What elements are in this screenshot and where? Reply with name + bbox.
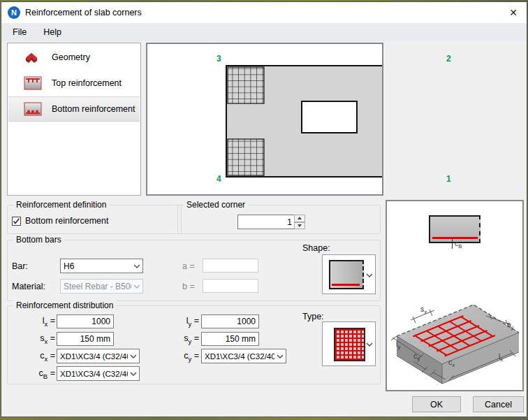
b-input [203,279,258,293]
sidebar-item-label: Geometry [52,52,90,62]
bottom-reinforcement-checkbox[interactable] [12,217,21,226]
corner-label-2: 2 [446,54,451,64]
group-selected-corner: Selected corner [177,205,381,234]
geometry-corner-icon [24,50,42,65]
bar-value: H6 [61,261,131,271]
sidebar-item-bottom-reinforcement[interactable]: Bottom reinforcement [8,96,140,122]
cx-value: XD1\XC3/4 (C32/40,I [57,352,128,361]
cy-label: cy = [174,351,199,363]
material-combo: Steel Rebar - B500 [60,279,143,294]
group-title: Bottom bars [13,235,64,245]
type-combo[interactable] [322,321,376,366]
menu-file[interactable]: File [6,24,34,40]
menu-help[interactable]: Help [36,24,68,40]
cx-combo[interactable]: XD1\XC3/4 (C32/40,I [57,349,140,363]
material-value: Steel Rebar - B500 [61,282,131,291]
corner-3-hotspot[interactable] [226,66,264,103]
selected-corner-spinner [237,215,305,229]
cancel-button[interactable]: Cancel [473,396,524,412]
spinner-down-icon [298,224,302,227]
title-bar: N Reinforcement of slab corners ✕ [1,2,527,23]
lx-input[interactable] [57,314,114,328]
mesh-type-icon [334,328,365,361]
top-reinforcement-icon [24,75,42,91]
cx-annotation-label: cx [448,358,455,368]
sidebar-item-label: Top reinforcement [52,78,122,88]
sx-label: sx = [30,333,55,345]
slab-diagram [147,44,382,194]
close-icon[interactable]: ✕ [506,6,520,20]
corner-label-3: 3 [217,54,221,64]
group-reinforcement-distribution: Reinforcement distribution lx = sx = cx … [7,305,381,384]
chevron-down-icon [130,354,137,359]
lx-annotation-label: lx [499,352,503,363]
corner-4-hotspot[interactable] [226,138,264,175]
corner-1-hotspot[interactable] [407,138,445,175]
b-label: b = [182,282,195,291]
illustration-panel: cB [386,200,524,391]
shape-label: Shape: [302,243,330,253]
sidebar: Geometry Top reinforcement [7,43,141,196]
chevron-down-icon [277,354,284,359]
sx-input[interactable] [57,332,114,346]
bar-combo[interactable]: H6 [60,259,143,273]
ok-button[interactable]: OK [412,396,461,412]
group-title: Selected corner [184,200,248,210]
shape-combo[interactable] [322,254,376,294]
chevron-down-icon [133,264,140,268]
cb-dimension-line [452,238,453,249]
cB-label: cB = [30,368,55,380]
sy-annotation-label: sy [507,320,513,331]
chevron-down-icon [133,284,140,289]
sx-annotation-label: sx [420,305,427,315]
group-reinforcement-definition: Reinforcement definition Bottom reinforc… [7,205,182,234]
sy-label: sy = [174,333,199,345]
a-label: a = [182,261,195,271]
cx-label: cx = [30,351,55,363]
cB-value: XD1\XC3/4 (C32/40,I [57,370,128,378]
group-title: Reinforcement definition [13,200,109,210]
sidebar-item-geometry[interactable]: Geometry [8,45,140,70]
chevron-down-icon [366,273,373,277]
slab-opening [302,101,357,133]
slab-preview-panel: 3 2 4 1 [146,43,383,196]
a-input [203,259,258,273]
app-logo-icon: N [8,6,20,19]
checkbox-label: Bottom reinforcement [25,216,109,226]
cy-value: XD1\XC3/4 (C32/40,I [202,352,274,361]
spinner-up-button[interactable] [294,215,305,222]
group-bottom-bars: Bottom bars Bar: H6 Material: Steel Reba… [7,240,381,301]
cy-combo[interactable]: XD1\XC3/4 (C32/40,I [201,349,286,363]
ly-label: ly = [174,316,199,328]
sidebar-item-label: Bottom reinforcement [52,104,135,114]
selected-corner-input[interactable] [237,215,295,229]
ly-annotation-label: ly [396,340,400,350]
shape-preview-icon [329,260,364,289]
cB-combo[interactable]: XD1\XC3/4 (C32/40,I [57,366,140,381]
material-label: Material: [12,282,45,291]
sidebar-item-top-reinforcement[interactable]: Top reinforcement [8,71,140,96]
corner-label-4: 4 [217,174,221,184]
menu-bar: File Help [1,23,527,41]
dialog-window: N Reinforcement of slab corners ✕ File H… [1,1,527,417]
window-title: Reinforcement of slab corners [25,2,142,23]
chevron-down-icon [130,372,137,376]
cy-annotation-label: cy [413,352,420,362]
cb-annotation-label: cB [455,239,462,249]
corner-label-1: 1 [446,174,451,184]
type-label: Type: [302,312,324,321]
checkmark-icon [13,217,20,225]
spinner-up-icon [298,217,302,219]
bottom-reinforcement-icon [24,101,42,117]
sy-input[interactable] [201,332,259,346]
ly-input[interactable] [201,314,259,328]
bar-label: Bar: [12,261,28,271]
spinner-down-button[interactable] [294,222,305,230]
group-title: Reinforcement distribution [13,300,116,310]
corner-2-hotspot[interactable] [407,66,445,103]
chevron-down-icon [366,342,373,347]
lx-label: lx = [30,316,55,328]
slab-3d-diagram [390,294,522,392]
